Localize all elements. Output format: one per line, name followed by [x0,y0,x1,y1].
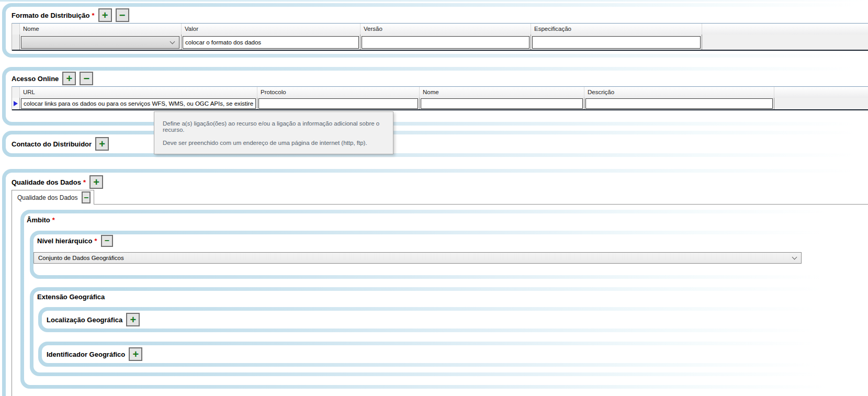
qualidade-add-button[interactable]: + [89,175,103,189]
required-asterisk: * [92,12,95,19]
nivel-hierarquico-panel: Nível hierárquico* − Conjunto de Dados G… [30,231,853,279]
extensao-geografica-panel: Extensão Geográfica Localização Geográfi… [30,287,853,376]
qualidade-title: Qualidade dos Dados* [12,178,86,186]
qualidade-dados-panel: Qualidade dos Dados* + Qualidade dos Dad… [2,169,868,396]
identificador-add-button[interactable]: + [129,347,142,361]
formato-table-row [12,35,868,51]
required-asterisk: * [94,237,97,245]
column-header-empty [774,87,868,98]
empty-cell [702,35,868,50]
tab-label: Qualidade dos Dados [17,194,77,201]
column-header-versao: Versão [360,24,531,35]
minus-icon: − [84,194,88,202]
tab-qualidade-dos-dados[interactable]: Qualidade dos Dados − [12,190,94,205]
extensao-geografica-title: Extensão Geográfica [37,293,105,301]
acesso-descricao-input[interactable] [585,98,773,109]
header-selector-stub [12,87,20,98]
nivel-hierarquico-select[interactable]: Conjunto de Dados Geográficos [33,252,802,264]
acesso-protocolo-input[interactable] [258,98,418,109]
header-selector-stub [12,24,20,35]
plus-icon: + [132,349,139,359]
tab-remove-button[interactable]: − [82,191,91,203]
acesso-table: URL Protocolo Nome Descrição [12,86,868,110]
required-asterisk: * [52,216,55,224]
plus-icon: + [93,177,99,187]
tooltip-line-2: Deve ser preenchido com um endereço de u… [163,140,385,146]
row-arrow-icon [14,101,18,106]
plus-icon: + [99,139,105,149]
localizacao-add-button[interactable]: + [126,313,140,326]
formato-versao-input[interactable] [362,36,529,49]
column-header-nome: Nome [420,87,584,98]
column-header-descricao: Descrição [584,87,774,98]
formato-especificacao-input[interactable] [532,36,701,49]
minus-icon: − [104,236,109,245]
localizacao-geografica-panel: Localização Geográfica + [38,307,847,332]
empty-cell [774,98,868,109]
formato-add-button[interactable]: + [98,8,112,22]
column-header-protocolo: Protocolo [257,87,420,98]
plus-icon: + [66,73,72,84]
formato-table: Nome Valor Versão Especificação [12,23,868,51]
minus-icon: − [83,73,89,84]
ambito-panel: Âmbito* Nível hierárquico* − Conjunto de… [20,210,860,389]
metadata-form-page: { "marks": { "required": "*" }, "icons":… [0,0,868,396]
contacto-distribuidor-panel: Contacto do Distribuidor + [2,131,868,157]
identificador-geografico-panel: Identificador Geográfico + [38,342,847,367]
plus-icon: + [102,10,108,20]
acesso-nome-input[interactable] [421,98,583,109]
required-asterisk: * [83,178,86,186]
tooltip-line-1: Define a(s) ligação(ões) ao recurso e/ou… [163,120,385,133]
column-header-url: URL [20,87,257,98]
acesso-add-button[interactable]: + [62,72,76,85]
column-header-empty [702,24,868,35]
column-header-nome: Nome [20,24,182,35]
formato-title: Formato de Distribuição* [12,12,95,19]
formato-valor-input[interactable] [183,36,359,49]
localizacao-panel-body [42,311,843,329]
row-selector[interactable] [12,35,20,50]
contacto-panel-body [6,134,868,153]
acesso-table-header: URL Protocolo Nome Descrição [12,86,868,98]
plus-icon: + [130,314,136,325]
current-row-selector[interactable] [12,98,20,109]
identificador-panel-body [42,345,843,363]
contacto-add-button[interactable]: + [95,137,109,151]
acesso-remove-button[interactable]: − [80,72,93,85]
ambito-title: Âmbito* [27,216,55,224]
formato-nome-combo[interactable] [21,36,179,49]
acesso-online-panel: Acesso Online + − URL Protocolo Nome Des… [2,67,868,126]
formato-table-header: Nome Valor Versão Especificação [12,23,868,35]
nivel-selected-value: Conjunto de Dados Geográficos [38,255,124,261]
localizacao-geografica-title: Localização Geográfica [47,316,122,324]
column-header-valor: Valor [182,24,360,35]
url-help-tooltip: Define a(s) ligação(ões) ao recurso e/ou… [154,111,393,154]
nivel-hierarquico-title: Nível hierárquico* [37,237,97,245]
acesso-title: Acesso Online [12,75,59,83]
identificador-geografico-title: Identificador Geográfico [47,350,125,358]
formato-distribuicao-panel: Formato de Distribuição* + − Nome Valor … [2,3,868,58]
qualidade-tab-page: Âmbito* Nível hierárquico* − Conjunto de… [12,204,868,396]
chevron-down-icon [792,255,797,260]
acesso-table-row [12,98,868,110]
chevron-down-icon [170,39,175,44]
column-header-especificacao: Especificação [531,24,702,35]
acesso-url-input[interactable] [21,98,256,109]
contacto-title: Contacto do Distribuidor [12,140,92,148]
nivel-remove-button[interactable]: − [101,235,113,247]
formato-remove-button[interactable]: − [116,8,129,22]
top-panel-edge [0,0,868,2]
minus-icon: − [119,10,126,20]
